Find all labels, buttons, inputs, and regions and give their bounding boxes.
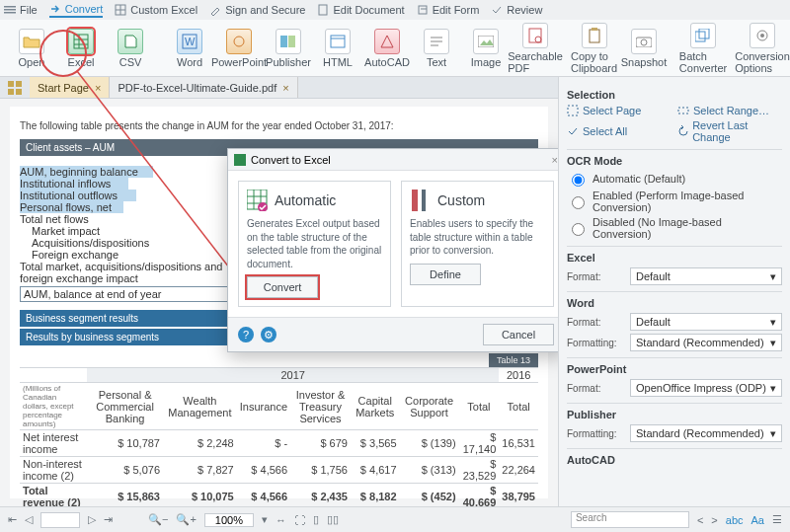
highlight-tool[interactable]: abc [726, 514, 744, 526]
row-label: Net interest income [20, 430, 87, 457]
search-options[interactable]: ☰ [772, 513, 782, 526]
zoom-out[interactable]: 🔍− [148, 513, 168, 526]
ocr-disabled-radio[interactable]: Disabled (No Image-based Conversion) [567, 216, 782, 240]
excel-heading: Excel [567, 246, 782, 264]
tab-document[interactable]: PDF-to-Excel-Ultimate-Guide.pdf× [110, 77, 297, 98]
cancel-button[interactable]: Cancel [483, 324, 554, 345]
excel-label: Excel [68, 56, 95, 68]
batch-converter-button[interactable]: Batch Converter [679, 23, 727, 74]
close-icon[interactable]: × [282, 82, 288, 94]
cell: $ 40,669 [459, 484, 500, 507]
select-all[interactable]: Select All [567, 119, 672, 143]
page-input[interactable] [40, 512, 80, 528]
svg-rect-31 [695, 32, 705, 41]
image-button[interactable]: Image [462, 29, 510, 68]
autocad-button[interactable]: AutoCAD [363, 29, 411, 68]
sidebar-toggle[interactable] [0, 77, 30, 98]
range-icon [677, 105, 689, 116]
search-prev[interactable]: < [697, 514, 703, 526]
pub-formatting-combo[interactable]: Standard (Recommended)▾ [630, 424, 782, 442]
menu-edit-document[interactable]: Edit Document [317, 4, 404, 16]
custom-card: Custom Enables users to specify the tabl… [401, 181, 554, 307]
prev-page[interactable]: ◁ [25, 513, 33, 526]
ppt-format-combo[interactable]: OpenOffice Impress (ODP)▾ [630, 379, 782, 397]
text-button[interactable]: Text [413, 29, 460, 68]
html-button[interactable]: HTML [314, 29, 361, 68]
undo-icon [677, 125, 688, 137]
fit-width[interactable]: ↔ [276, 514, 286, 526]
chevron-down-icon[interactable]: ▾ [262, 513, 268, 526]
menu-sign-secure[interactable]: Sign and Secure [209, 4, 305, 16]
copy-clipboard-button[interactable]: Copy to Clipboard [571, 23, 618, 74]
settings-button[interactable]: ⚙ [261, 327, 276, 342]
excel-button[interactable]: Excel [57, 29, 105, 68]
formatting-label: Formatting: [567, 338, 624, 348]
right-panel: Selection Select Page Select Range… Sele… [558, 77, 790, 506]
conversion-options-button[interactable]: Conversion Options [739, 23, 786, 74]
powerpoint-button[interactable]: PowerPoint [215, 29, 263, 68]
fit-page[interactable]: ⛶ [294, 514, 305, 526]
open-button[interactable]: Open [8, 29, 55, 68]
svg-rect-38 [16, 89, 22, 95]
publisher-button[interactable]: Publisher [265, 29, 312, 68]
ocr-auto-radio[interactable]: Automatic (Default) [567, 171, 782, 187]
svg-rect-6 [319, 5, 327, 15]
table-13-badge: Table 13 [489, 353, 538, 367]
convert-button[interactable]: Convert [247, 276, 318, 298]
csv-label: CSV [119, 56, 142, 68]
cell: 38,795 [499, 484, 538, 507]
autocad-label: AutoCAD [364, 56, 410, 68]
snapshot-button[interactable]: Snapshot [620, 29, 668, 68]
last-page[interactable]: ⇥ [104, 513, 113, 526]
convert-to-excel-dialog: Convert to Excel × Automatic Generates E… [227, 148, 565, 352]
excel-auto-icon [247, 190, 269, 211]
row-inst-out[interactable]: Institutional outflows [20, 190, 136, 201]
row-pers-flows[interactable]: Personal flows, net [20, 201, 123, 213]
ocr-dis-label: Disabled (No Image-based Conversion) [592, 216, 782, 240]
cell: $ 2,435 [290, 484, 351, 507]
menu-edit-form[interactable]: Edit Form [417, 4, 480, 16]
select-page[interactable]: Select Page [567, 105, 672, 116]
search-input[interactable]: Search [571, 511, 689, 528]
excel-format-combo[interactable]: Default▾ [630, 267, 782, 285]
case-toggle[interactable]: Aa [751, 514, 764, 526]
single-page-view[interactable]: ▯ [313, 513, 319, 526]
row-inst-in[interactable]: Institutional inflows [20, 178, 128, 190]
tab-start-page[interactable]: Start Page× [30, 77, 110, 98]
zoom-value[interactable]: 100% [204, 513, 254, 527]
arrow-right-icon [49, 3, 61, 15]
ocr-heading: OCR Mode [567, 149, 782, 167]
menu-file[interactable]: File [4, 4, 38, 16]
svg-rect-35 [8, 81, 14, 87]
searchable-pdf-button[interactable]: Searchable PDF [512, 23, 559, 74]
revert[interactable]: Revert Last Change [677, 119, 782, 143]
menu-review-label: Review [507, 4, 542, 16]
col-total2: Total [499, 383, 538, 430]
first-page[interactable]: ⇤ [8, 513, 17, 526]
search-next[interactable]: > [711, 514, 717, 526]
cell: $ 3,565 [351, 430, 400, 457]
menu-custom-excel[interactable]: Custom Excel [115, 4, 198, 16]
cell: $ 1,756 [290, 457, 351, 484]
csv-button[interactable]: CSV [107, 29, 154, 68]
word-format-combo[interactable]: Default▾ [630, 313, 782, 331]
tab-start-label: Start Page [38, 82, 89, 94]
menu-review[interactable]: Review [491, 4, 542, 16]
menu-convert[interactable]: Convert [49, 3, 104, 18]
powerpoint-icon [226, 29, 252, 54]
word-formatting-combo[interactable]: Standard (Recommended)▾ [630, 334, 782, 351]
publisher-heading: Publisher [567, 403, 782, 420]
word-button[interactable]: WWord [166, 29, 213, 68]
next-page[interactable]: ▷ [88, 513, 96, 526]
close-icon[interactable]: × [95, 82, 101, 94]
select-range[interactable]: Select Range… [677, 105, 782, 116]
help-button[interactable]: ? [238, 327, 254, 342]
define-button[interactable]: Define [410, 264, 481, 285]
cell: $ (452) [400, 484, 459, 507]
zoom-in[interactable]: 🔍+ [176, 513, 196, 526]
svg-rect-28 [592, 28, 597, 31]
continuous-view[interactable]: ▯▯ [327, 513, 339, 526]
ocr-enabled-radio[interactable]: Enabled (Perform Image-based Conversion) [567, 190, 782, 213]
row-aum-begin[interactable]: AUM, beginning balance [20, 166, 153, 178]
panels-icon [8, 81, 22, 95]
